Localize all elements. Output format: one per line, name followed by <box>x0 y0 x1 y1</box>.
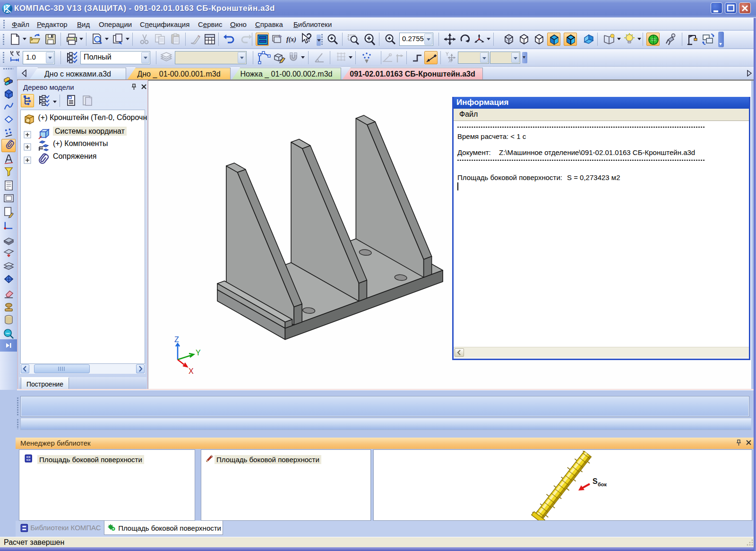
svg-text:X: X <box>189 367 194 375</box>
svg-text:Z: Z <box>174 336 179 344</box>
svg-text:f(x): f(x) <box>286 36 296 43</box>
svg-text:бок: бок <box>598 482 607 487</box>
svg-text:S: S <box>593 477 598 485</box>
svg-text:X: X <box>448 58 452 63</box>
svg-text:Y: Y <box>196 349 201 357</box>
svg-text:Y: Y <box>446 52 449 57</box>
